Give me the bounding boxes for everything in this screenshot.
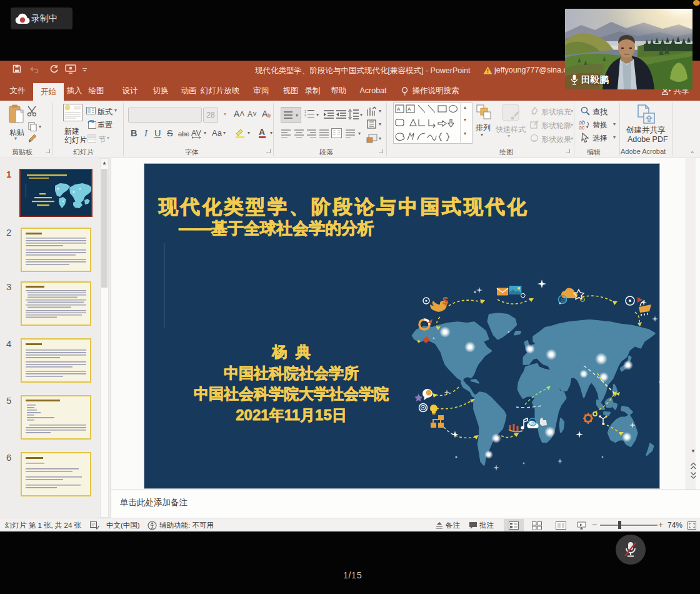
svg-text:A: A bbox=[408, 106, 411, 112]
svg-text:@: @ bbox=[561, 297, 566, 303]
svg-text:A: A bbox=[397, 106, 401, 112]
svg-text:ac: ac bbox=[579, 124, 585, 130]
svg-text:A: A bbox=[262, 109, 268, 119]
svg-text:@: @ bbox=[531, 420, 536, 426]
svg-text:AV: AV bbox=[191, 129, 201, 138]
svg-text:$: $ bbox=[442, 296, 448, 306]
svg-text:2: 2 bbox=[304, 113, 306, 117]
